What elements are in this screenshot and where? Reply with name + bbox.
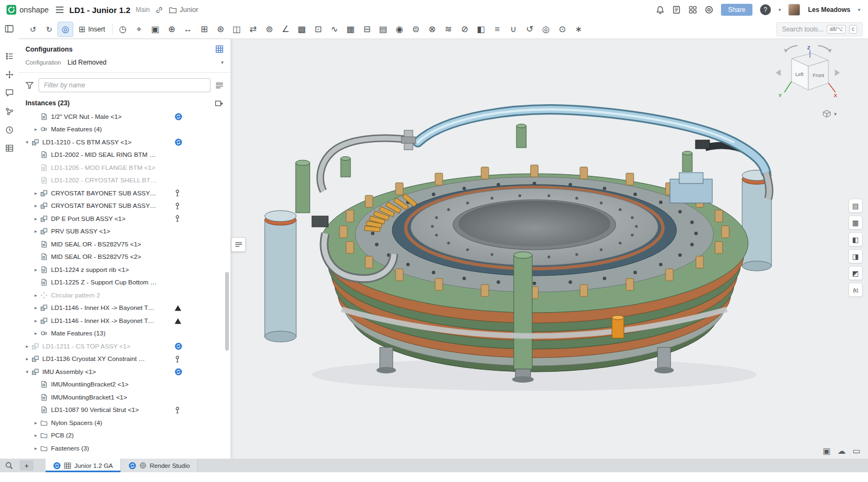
tree-item[interactable]: ▸Mate Features (4) (18, 123, 231, 136)
expand-icon[interactable]: ▸ (31, 433, 40, 438)
region-select-icon[interactable]: ▩ (294, 22, 310, 37)
section-view-icon[interactable]: ◧ (473, 22, 489, 37)
expand-icon[interactable]: ▸ (31, 229, 40, 234)
support-ring-icon[interactable] (705, 5, 713, 14)
configuration-table-icon[interactable] (215, 45, 224, 53)
folder-breadcrumb[interactable]: Junior (169, 6, 198, 14)
expand-icon[interactable]: ▸ (31, 191, 40, 196)
tree-item[interactable]: ▸LD1-1146 - Inner HX -> Bayonet Tubing .… (18, 314, 231, 327)
union-icon[interactable]: ∪ (506, 22, 521, 37)
explode-icon[interactable]: ∗ (571, 22, 586, 37)
tree-item[interactable]: ▾IMU Assembly <1> (18, 365, 231, 378)
rotate-left-arrow[interactable] (776, 69, 781, 76)
hamburger-menu-icon[interactable] (55, 6, 64, 14)
panel-toggle-icon[interactable] (3, 23, 15, 35)
expand-icon[interactable]: ▸ (31, 267, 40, 272)
tree-item[interactable]: ▸LD1-1211 - CS TOP ASSY <1> (18, 340, 231, 353)
insert-button[interactable]: ⊞ Insert (74, 22, 110, 37)
add-tab-button[interactable]: + (20, 460, 34, 471)
transform-icon[interactable] (3, 68, 15, 80)
sheet-size-icon[interactable]: ▣ (823, 446, 831, 456)
configuration-caret-icon[interactable]: ▾ (221, 60, 224, 65)
slider-mate-icon[interactable]: ↔ (180, 22, 196, 37)
fastener-tool-icon[interactable]: ⊜ (408, 22, 424, 37)
panel-flyout-toggle[interactable] (231, 237, 246, 252)
expand-icon[interactable]: ▸ (31, 420, 40, 426)
bom-list-icon[interactable] (3, 142, 15, 154)
active-rotate-tool-icon[interactable]: ◎ (58, 22, 73, 37)
filter-input[interactable] (39, 78, 210, 92)
circular-pattern-icon[interactable]: ⊛ (213, 22, 228, 37)
cylindrical-mate-icon[interactable]: ◎ (538, 22, 554, 37)
tree-item[interactable]: LD1-1087 90 Vertical Strut <1> (18, 404, 231, 417)
screw-relation-icon[interactable]: ⊘ (457, 22, 473, 37)
expand-icon[interactable]: ▸ (31, 216, 40, 221)
expand-icon[interactable]: ▸ (31, 446, 40, 451)
bom-panel-icon[interactable]: ▤ (848, 199, 863, 213)
redo-icon[interactable]: ↻ (41, 22, 57, 37)
tree-item[interactable]: ▸Mate Features (13) (18, 327, 231, 340)
measure-icon[interactable]: ∠ (278, 22, 293, 37)
frame-icon[interactable]: ▦ (343, 22, 359, 37)
expand-icon[interactable]: ▸ (31, 331, 40, 336)
zoom-select-icon[interactable] (0, 459, 18, 472)
ball-mate-icon[interactable]: ⊙ (554, 22, 570, 37)
shortcut-k-icon[interactable]: (k) (848, 283, 863, 297)
rack-relation-icon[interactable]: ≋ (441, 22, 456, 37)
help-caret-icon[interactable]: ▾ (778, 7, 781, 12)
tree-item[interactable]: ▸DP E Port SUB ASSY <1> (18, 212, 231, 225)
link-icon[interactable] (155, 6, 163, 14)
tree-item[interactable]: LD1-2002 - MID SEAL RING BTM <1> (18, 149, 231, 162)
linear-pattern-icon[interactable]: ⊞ (196, 22, 212, 37)
rotate-right-arrow[interactable] (835, 69, 840, 76)
collapse-icon[interactable]: ▾ (23, 369, 31, 375)
configuration-select[interactable]: Lid Removed (67, 59, 106, 66)
named-views-icon[interactable]: ≡ (489, 22, 505, 37)
undo-icon[interactable]: ↺ (25, 22, 41, 37)
help-button[interactable]: ? (760, 4, 771, 15)
tree-item[interactable]: ▸PCB (2) (18, 429, 231, 442)
mirror-icon[interactable]: ◫ (229, 22, 245, 37)
share-button[interactable]: Share (721, 4, 752, 16)
tree-item[interactable]: ▸PRV SUB ASSY <1> (18, 225, 231, 238)
tree-item[interactable]: MID SEAL OR - BS282V75 <2> (18, 251, 231, 264)
collapse-icon[interactable]: ▾ (23, 139, 31, 145)
expand-icon[interactable]: ▸ (23, 356, 31, 362)
expand-icon[interactable]: ▸ (31, 305, 40, 310)
filter-funnel-icon[interactable] (25, 81, 34, 89)
tree-item[interactable]: LD1-1225 Z - Support Cup Bottom <1> (18, 276, 231, 289)
list-view-icon[interactable] (215, 82, 224, 89)
tree-item[interactable]: MID SEAL OR - BS282V75 <1> (18, 238, 231, 251)
tree-item[interactable]: IMUMountingBracket1 <1> (18, 391, 231, 404)
rollback-icon[interactable]: ◷ (115, 22, 131, 37)
insert-derived-icon[interactable]: ⊡ (310, 22, 326, 37)
app-store-icon[interactable] (688, 5, 697, 14)
display-states-icon[interactable]: ◨ (848, 249, 863, 263)
tree-item[interactable]: ▸LD1-1136 Cryostat XY Constraint <1> (18, 353, 231, 366)
view-cube[interactable]: Left Front Z Y X (773, 42, 843, 106)
learning-center-icon[interactable] (672, 5, 681, 14)
tree-item[interactable]: ▸Circular pattern 2 (18, 289, 231, 302)
expand-icon[interactable]: ▸ (31, 203, 40, 208)
expand-icon[interactable]: ▸ (31, 293, 40, 298)
expand-icon[interactable]: ▸ (23, 344, 31, 349)
history-icon[interactable] (3, 124, 15, 136)
notifications-bell-icon[interactable] (656, 5, 665, 15)
connections-icon[interactable] (3, 105, 15, 117)
tree-item[interactable]: ▸Fasteners (3) (18, 442, 231, 455)
tree-item[interactable]: LD1-1205 - MOD FLANGE BTM <1> (18, 161, 231, 174)
tree-item[interactable]: ▸LD1-1146 - Inner HX -> Bayonet Tubing .… (18, 302, 231, 315)
tree-item[interactable]: ▸CRYOSTAT BAYONET SUB ASSY <1> (18, 187, 231, 200)
expand-icon[interactable]: ▸ (31, 318, 40, 324)
tree-item[interactable]: ▸LD1-1224 z support rib <1> (18, 263, 231, 276)
named-positions-icon[interactable]: ◧ (848, 232, 863, 246)
user-avatar[interactable] (788, 4, 800, 16)
tree-item[interactable]: ▸Nylon Spacers (4) (18, 416, 231, 429)
view-options-button[interactable]: ▾ (822, 110, 837, 118)
search-tools-input[interactable]: Search tools... alt/⌥ c (776, 22, 863, 36)
comment-icon[interactable] (3, 87, 15, 99)
copy-instance-icon[interactable]: ⊟ (359, 22, 375, 37)
snap-mode-icon[interactable]: ⊚ (261, 22, 277, 37)
insert-instance-icon[interactable] (215, 99, 224, 107)
tree-item[interactable]: IMUMountiingBracket2 <1> (18, 378, 231, 391)
